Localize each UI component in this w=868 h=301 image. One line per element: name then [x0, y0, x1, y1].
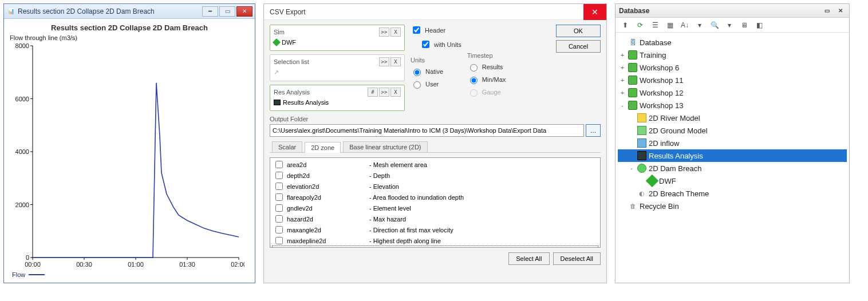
tab-2d-zone[interactable]: 2D zone	[305, 142, 341, 153]
header-checkbox[interactable]: Header	[411, 25, 461, 35]
attr-checkbox[interactable]	[275, 226, 283, 233]
tab-base-linear-structure-2d-[interactable]: Base linear structure (2D)	[343, 141, 427, 152]
attr-checkbox[interactable]	[275, 215, 283, 223]
attr-row-maxdeppoly2d[interactable]: maxdeppoly2d- Highest depth inside polyg…	[273, 246, 598, 248]
tree-node-workshop-12[interactable]: +Workshop 12	[618, 86, 847, 99]
close-button[interactable]: ✕	[583, 4, 606, 20]
attr-row-maxangle2d[interactable]: maxangle2d- Direction at first max veloc…	[273, 224, 598, 235]
svg-text:01:00: 01:00	[128, 261, 144, 268]
res-item-label: Results Analysis	[283, 99, 329, 106]
csv-titlebar[interactable]: CSV Export ✕	[264, 4, 606, 20]
units-native-radio[interactable]: Native	[411, 67, 461, 76]
tree-node-label: Workshop 12	[640, 89, 683, 97]
attr-checkbox[interactable]	[275, 183, 283, 190]
res-analysis-panel[interactable]: Res Analysis # >> X Results Analysis	[270, 85, 405, 111]
units-heading: Units	[411, 57, 461, 64]
dropdown2-icon[interactable]: ▾	[724, 20, 735, 30]
tab-scalar[interactable]: Scalar	[272, 141, 302, 152]
minimize-button[interactable]: ━	[202, 6, 218, 17]
expand-icon[interactable]: +	[619, 77, 626, 84]
maximize-button[interactable]: ▭	[219, 6, 235, 17]
results-analysis-icon	[274, 100, 281, 105]
attr-row-maxdepline2d[interactable]: maxdepline2d- Highest depth along line	[273, 235, 598, 246]
cancel-button[interactable]: Cancel	[556, 40, 601, 53]
expand-icon[interactable]: +	[619, 52, 626, 58]
close-button[interactable]: ✕	[835, 6, 846, 15]
res-hash-button[interactable]: #	[368, 88, 378, 97]
attr-row-hazard2d[interactable]: hazard2d- Max hazard	[273, 213, 598, 224]
svg-text:0: 0	[26, 254, 29, 261]
tree-node-2d-ground-model[interactable]: 2D Ground Model	[618, 124, 847, 137]
select-all-button[interactable]: Select All	[508, 252, 549, 265]
header-group: Header with Units Units Native User	[411, 25, 461, 111]
tree-node-workshop-13[interactable]: -Workshop 13	[618, 99, 847, 112]
tree-node-recycle-bin[interactable]: 🗑Recycle Bin	[618, 200, 847, 212]
tree-node-database[interactable]: 🗄Database	[618, 36, 847, 49]
timestep-results-radio[interactable]: Results	[467, 62, 506, 72]
tree-node-workshop-11[interactable]: +Workshop 11	[618, 74, 847, 86]
chart-y-axis-label: Flow through line (m3/s)	[10, 34, 249, 41]
model-icon	[637, 113, 646, 122]
attr-checkbox[interactable]	[275, 193, 283, 201]
expand-icon[interactable]: +	[619, 65, 626, 71]
sim-expand-button[interactable]: >>	[379, 27, 389, 37]
attr-row-gndlev2d[interactable]: gndlev2d- Element level	[273, 203, 598, 213]
sim-clear-button[interactable]: X	[390, 27, 401, 37]
folder-icon	[628, 101, 637, 110]
tree-node-workshop-6[interactable]: +Workshop 6	[618, 61, 847, 74]
dock-button[interactable]: ▭	[822, 6, 832, 15]
flow-line-chart[interactable]: 0200040006000800000:0000:3001:0001:3002:…	[10, 42, 244, 270]
grid-icon[interactable]: ▦	[665, 20, 675, 30]
tree-node-label: Workshop 6	[640, 64, 679, 72]
tree-node-label: Workshop 13	[640, 101, 683, 110]
chart-titlebar[interactable]: 📊 Results section 2D Collapse 2D Dam Bre…	[4, 4, 255, 19]
up-icon[interactable]: ⬆	[620, 20, 630, 30]
attr-row-area2d[interactable]: area2d- Mesh element area	[273, 159, 598, 170]
refresh-icon[interactable]: ⟳	[635, 20, 645, 30]
attr-checkbox[interactable]	[275, 204, 283, 212]
database-titlebar[interactable]: Database ▭ ✕	[616, 4, 849, 18]
res-expand-button[interactable]: >>	[379, 88, 389, 97]
res-clear-button[interactable]: X	[390, 88, 401, 97]
attr-row-elevation2d[interactable]: elevation2d- Elevation	[273, 181, 598, 192]
attr-checkbox[interactable]	[275, 172, 283, 179]
tree-node-2d-inflow[interactable]: 2D inflow	[618, 137, 847, 149]
collapse-icon[interactable]: -	[628, 165, 635, 172]
tree-node-2d-breach-theme[interactable]: ◐2D Breach Theme	[618, 187, 847, 200]
units-user-radio[interactable]: User	[411, 80, 461, 89]
list-icon[interactable]: ☰	[650, 20, 660, 30]
sort-icon[interactable]: A↓	[680, 20, 690, 30]
tree-node-training[interactable]: +Training	[618, 49, 847, 61]
tree-node-dwf[interactable]: DWF	[618, 175, 847, 187]
res-item[interactable]: Results Analysis	[274, 99, 401, 106]
ok-button[interactable]: OK	[556, 25, 601, 37]
close-button[interactable]: ✕	[236, 6, 252, 17]
expand-icon[interactable]: +	[619, 90, 626, 96]
attribute-list[interactable]: area2d- Mesh element areadepth2d- Depthe…	[270, 157, 601, 248]
attr-row-flareapoly2d[interactable]: flareapoly2d- Area flooded to inundation…	[273, 192, 598, 203]
attr-row-depth2d[interactable]: depth2d- Depth	[273, 170, 598, 181]
find-icon[interactable]: 🔍	[709, 20, 720, 30]
chart-window-title: Results section 2D Collapse 2D Dam Breac…	[18, 7, 200, 15]
attr-checkbox[interactable]	[275, 237, 283, 244]
database-tree[interactable]: 🗄Database+Training+Workshop 6+Workshop 1…	[616, 33, 849, 283]
timestep-minmax-radio[interactable]: Min/Max	[467, 75, 506, 84]
with-units-checkbox[interactable]: with Units	[411, 39, 461, 50]
selection-panel-label: Selection list	[274, 58, 379, 65]
svg-text:6000: 6000	[15, 96, 29, 102]
sim-panel[interactable]: Sim >> X DWF	[270, 25, 405, 51]
tree-node-2d-dam-breach[interactable]: -2D Dam Breach	[618, 162, 847, 175]
output-folder-input[interactable]	[270, 124, 584, 137]
tool-icon[interactable]: ◧	[754, 20, 764, 30]
dropdown-icon[interactable]: ▾	[695, 20, 705, 30]
browse-button[interactable]: …	[586, 124, 601, 137]
tree-node-results-analysis[interactable]: Results Analysis	[618, 149, 847, 162]
attr-checkbox[interactable]	[275, 161, 283, 168]
collapse-icon[interactable]: -	[619, 102, 626, 109]
attr-desc: - Max hazard	[369, 216, 406, 223]
deselect-all-button[interactable]: Deselect All	[553, 252, 601, 265]
sim-item[interactable]: DWF	[274, 39, 401, 46]
svg-text:00:30: 00:30	[76, 261, 92, 268]
screen-icon[interactable]: 🖥	[739, 20, 749, 30]
tree-node-2d-river-model[interactable]: 2D River Model	[618, 112, 847, 124]
